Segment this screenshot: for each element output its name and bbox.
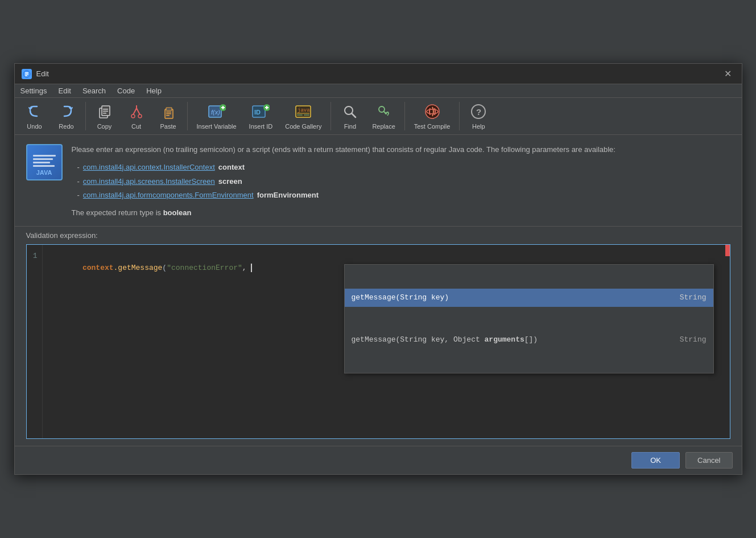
svg-rect-2 [25,73,28,75]
code-string-arg: "connectionError" [167,264,242,272]
svg-text:java: java [298,108,310,113]
help-button[interactable]: ? Help [463,100,494,132]
copy-label: Copy [97,123,112,130]
bullet-2: - [77,190,80,202]
code-editor[interactable]: 1 context.getMessage("connectionError", … [27,245,730,438]
param-link-2[interactable]: com.install4j.api.formcomponents.FormEnv… [83,190,254,202]
svg-text:?: ? [476,107,481,117]
autocomplete-item-0[interactable]: getMessage(String key) String [345,289,713,307]
help-label: Help [472,123,485,130]
dialog: Edit ✕ Settings Edit Search Code Help Un… [14,63,742,475]
redo-icon [57,102,76,121]
autocomplete-sig-0: getMessage(String key) [352,292,449,304]
svg-point-10 [138,114,142,118]
svg-rect-7 [103,111,108,112]
menu-help[interactable]: Help [141,84,167,97]
test-compile-label: Test Compile [414,123,451,130]
param-item-2: - com.install4j.api.formcomponents.FormE… [77,190,730,202]
dialog-title: Edit [36,69,49,78]
find-label: Find [344,123,356,130]
svg-line-38 [387,114,389,116]
param-list: - com.install4j.api.context.InstallerCon… [77,162,730,202]
redo-button[interactable]: Redo [51,100,82,132]
insert-id-icon: ID [251,102,270,121]
insert-variable-icon: f(x) [208,102,226,121]
code-content[interactable]: context.getMessage("connectionError", ge… [43,245,730,438]
insert-id-button[interactable]: ID Insert ID [243,100,279,132]
ok-button[interactable]: OK [631,452,680,469]
app-icon [22,69,32,79]
toolbar: Undo Redo [15,98,742,135]
autocomplete-item-1[interactable]: getMessage(String key, Object arguments[… [345,331,713,350]
info-box: JAVA Please enter an expression (no trai… [26,144,730,219]
separator-1 [85,102,86,130]
code-gallery-button[interactable]: java Code Gallery [279,100,327,132]
test-compile-button[interactable]: Test Compile [408,100,456,132]
replace-button[interactable]: Replace [366,100,400,132]
param-item-0: - com.install4j.api.context.InstallerCon… [77,162,730,174]
copy-icon [96,102,114,121]
bullet-1: - [77,176,80,188]
svg-rect-17 [166,113,171,114]
cut-icon [127,102,146,121]
test-compile-icon [423,102,441,121]
info-description: Please enter an expression (no trailing … [72,144,730,156]
bullet-0: - [77,162,80,174]
paste-icon [159,102,177,121]
svg-rect-3 [25,75,27,76]
insert-variable-button[interactable]: f(x) Insert Variable [191,100,242,132]
svg-line-35 [352,114,356,118]
autocomplete-sig-1: getMessage(String key, Object arguments[… [352,334,538,346]
line-number-1: 1 [30,250,38,262]
separator-5 [459,102,460,130]
param-name-0: context [218,162,245,174]
cut-label: Cut [131,123,141,130]
code-method-getmessage: .getMessage [114,264,163,272]
svg-text:f(x): f(x) [211,109,220,116]
param-link-1[interactable]: com.install4j.api.screens.InstallerScree… [83,176,215,188]
svg-text:ID: ID [254,109,261,116]
close-button[interactable]: ✕ [721,67,735,80]
cancel-button[interactable]: Cancel [685,452,732,469]
autocomplete-type-0: String [680,292,707,304]
replace-icon [375,102,393,121]
undo-label: Undo [27,123,42,130]
menu-search[interactable]: Search [77,84,111,97]
cut-button[interactable]: Cut [121,100,152,132]
code-keyword-context: context [82,264,114,272]
svg-rect-1 [25,72,28,73]
copy-button[interactable]: Copy [89,100,120,132]
code-editor-wrapper: 1 context.getMessage("connectionError", … [26,244,730,439]
code-comma: , [242,264,251,272]
error-indicator [725,245,730,256]
svg-rect-32 [297,114,303,116]
info-text: Please enter an expression (no trailing … [72,144,730,219]
menu-settings[interactable]: Settings [15,84,53,97]
return-type: The expected return type is boolean [72,207,730,219]
info-panel: JAVA Please enter an expression (no trai… [15,135,742,227]
paste-button[interactable]: Paste [153,100,184,132]
validation-label: Validation expression: [15,227,742,242]
java-icon: JAVA [26,144,63,180]
undo-button[interactable]: Undo [19,100,50,132]
help-icon: ? [469,102,488,121]
svg-rect-16 [166,112,171,113]
menu-edit[interactable]: Edit [52,84,76,97]
insert-variable-label: Insert Variable [197,123,237,130]
insert-id-label: Insert ID [249,123,273,130]
redo-label: Redo [59,123,73,130]
autocomplete-dropdown: getMessage(String key) String getMessage… [344,264,714,373]
find-button[interactable]: Find [334,100,365,132]
separator-4 [404,102,405,130]
return-type-text: The expected return type is [72,208,163,217]
svg-rect-8 [103,113,106,114]
param-item-1: - com.install4j.api.screens.InstallerScr… [77,176,730,188]
code-paren-open: ( [162,264,167,272]
param-name-1: screen [218,176,242,188]
undo-icon [26,102,44,121]
param-link-0[interactable]: com.install4j.api.context.InstallerConte… [83,162,215,174]
menu-code[interactable]: Code [111,84,141,97]
separator-3 [331,102,331,130]
svg-rect-18 [166,115,170,116]
return-type-value: boolean [163,208,192,217]
